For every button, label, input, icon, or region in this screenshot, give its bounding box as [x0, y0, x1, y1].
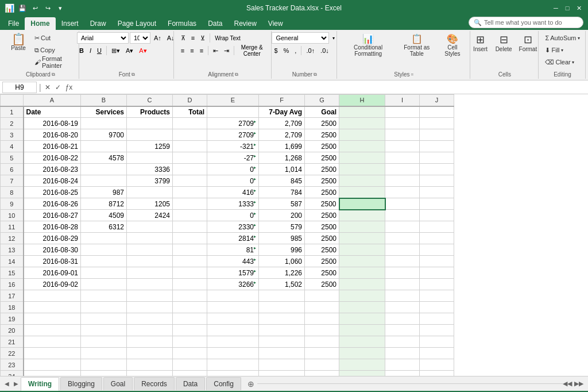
table-cell[interactable]: 0▸ — [207, 164, 259, 175]
table-cell[interactable]: 2500 — [305, 164, 339, 175]
row-header[interactable]: 21 — [1, 336, 24, 348]
row-header[interactable]: 15 — [1, 267, 24, 279]
table-cell[interactable]: 2500 — [305, 129, 339, 141]
table-cell[interactable] — [305, 336, 339, 348]
table-cell[interactable]: 2016-08-30 — [24, 244, 81, 256]
table-cell[interactable] — [385, 106, 420, 118]
row-header[interactable]: 6 — [1, 164, 24, 175]
table-cell[interactable] — [173, 267, 207, 279]
table-cell[interactable] — [207, 313, 259, 325]
table-cell[interactable] — [173, 290, 207, 302]
italic-button[interactable]: I — [87, 45, 94, 56]
table-cell[interactable] — [339, 256, 385, 267]
table-cell[interactable] — [385, 198, 420, 210]
table-cell[interactable] — [81, 267, 127, 279]
row-header[interactable]: 24 — [1, 371, 24, 376]
table-cell[interactable]: 2016-08-27 — [24, 210, 81, 221]
number-expand-icon[interactable]: ⧉ — [314, 72, 317, 78]
table-cell[interactable] — [207, 325, 259, 336]
table-cell[interactable] — [173, 256, 207, 267]
table-cell[interactable] — [339, 371, 385, 376]
format-as-table-button[interactable]: 📋 Format as Table — [397, 32, 436, 58]
copy-button[interactable]: ⧉ Copy — [32, 44, 75, 56]
table-cell[interactable]: 2016-08-25 — [24, 187, 81, 198]
table-cell[interactable] — [127, 302, 173, 313]
table-cell[interactable]: 2016-08-22 — [24, 152, 81, 164]
table-cell[interactable] — [173, 221, 207, 233]
table-cell[interactable] — [385, 348, 420, 359]
table-cell[interactable] — [420, 233, 454, 244]
table-cell[interactable] — [385, 371, 420, 376]
table-cell[interactable]: 416▸ — [207, 187, 259, 198]
table-cell[interactable] — [339, 106, 385, 118]
tab-review[interactable]: Review — [228, 17, 262, 30]
table-cell[interactable] — [127, 279, 173, 290]
table-cell[interactable] — [81, 302, 127, 313]
table-cell[interactable] — [385, 187, 420, 198]
table-cell[interactable] — [127, 152, 173, 164]
table-cell[interactable] — [24, 359, 81, 371]
table-cell[interactable] — [420, 348, 454, 359]
table-cell[interactable]: 1205 — [127, 198, 173, 210]
table-cell[interactable] — [420, 279, 454, 290]
table-cell[interactable] — [385, 164, 420, 175]
table-cell[interactable] — [259, 290, 305, 302]
table-cell[interactable] — [339, 221, 385, 233]
table-cell[interactable] — [339, 279, 385, 290]
table-cell[interactable]: Services — [81, 106, 127, 118]
table-cell[interactable] — [305, 359, 339, 371]
table-cell[interactable] — [173, 325, 207, 336]
table-cell[interactable] — [305, 290, 339, 302]
format-button[interactable]: ⊡ Format — [517, 32, 540, 53]
col-header-f[interactable]: F — [259, 95, 305, 106]
table-cell[interactable] — [173, 210, 207, 221]
table-cell[interactable] — [305, 302, 339, 313]
table-cell[interactable] — [173, 152, 207, 164]
row-header[interactable]: 7 — [1, 175, 24, 187]
insert-function-icon[interactable]: ƒx — [64, 83, 74, 91]
table-cell[interactable]: 987 — [81, 187, 127, 198]
table-cell[interactable] — [127, 336, 173, 348]
table-cell[interactable] — [173, 244, 207, 256]
table-cell[interactable] — [339, 313, 385, 325]
tab-insert[interactable]: Insert — [56, 17, 84, 30]
table-cell[interactable]: 1333▸ — [207, 198, 259, 210]
table-cell[interactable] — [420, 371, 454, 376]
table-cell[interactable] — [385, 290, 420, 302]
table-cell[interactable] — [127, 290, 173, 302]
table-cell[interactable] — [385, 244, 420, 256]
table-cell[interactable]: -321▸ — [207, 141, 259, 152]
sheets-nav-left[interactable]: ◀ — [2, 381, 11, 387]
align-bottom-button[interactable]: ⊻ — [198, 32, 207, 44]
sheet-tab-records[interactable]: Records — [134, 377, 175, 390]
delete-button[interactable]: ⊟ Delete — [493, 32, 514, 53]
table-cell[interactable] — [420, 210, 454, 221]
table-cell[interactable]: 2500 — [305, 118, 339, 129]
table-cell[interactable]: 1579▸ — [207, 267, 259, 279]
table-cell[interactable] — [339, 267, 385, 279]
table-cell[interactable] — [207, 371, 259, 376]
table-cell[interactable]: 4578 — [81, 152, 127, 164]
table-cell[interactable]: Goal — [305, 106, 339, 118]
paste-button[interactable]: 📋 Paste — [6, 32, 31, 52]
table-cell[interactable]: 3266▸ — [207, 279, 259, 290]
table-cell[interactable]: 2016-09-02 — [24, 279, 81, 290]
table-cell[interactable] — [420, 325, 454, 336]
table-cell[interactable] — [127, 325, 173, 336]
table-cell[interactable]: 7-Day Avg — [259, 106, 305, 118]
table-cell[interactable] — [173, 129, 207, 141]
row-header[interactable]: 17 — [1, 290, 24, 302]
table-cell[interactable] — [81, 233, 127, 244]
table-cell[interactable] — [339, 290, 385, 302]
fill-button[interactable]: ⬇ Fill ▾ — [543, 44, 565, 56]
table-cell[interactable] — [420, 198, 454, 210]
table-cell[interactable] — [385, 210, 420, 221]
table-cell[interactable]: 2500 — [305, 221, 339, 233]
table-cell[interactable] — [385, 175, 420, 187]
table-cell[interactable]: 845 — [259, 175, 305, 187]
row-header[interactable]: 4 — [1, 141, 24, 152]
table-cell[interactable] — [173, 313, 207, 325]
table-cell[interactable] — [24, 325, 81, 336]
table-cell[interactable]: 2500 — [305, 256, 339, 267]
table-cell[interactable] — [385, 221, 420, 233]
